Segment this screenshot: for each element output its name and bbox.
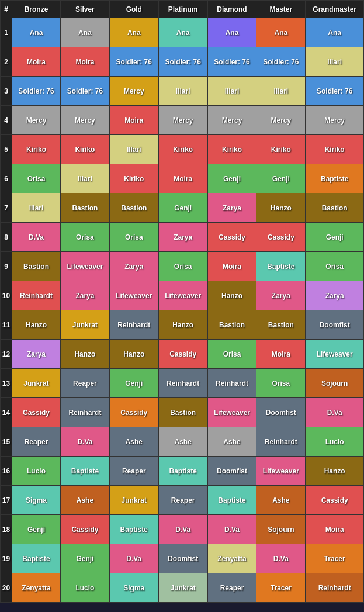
hero-cell: Ana	[256, 18, 306, 47]
hero-cell: Ana	[207, 18, 256, 47]
hero-cell: Orisa	[306, 252, 364, 281]
hero-cell: Lucio	[306, 427, 364, 457]
hero-cell: Genji	[256, 164, 306, 193]
table-row: 7IllariBastionBastionGenjiZaryaHanzoBast…	[1, 193, 364, 223]
hero-cell: Ana	[158, 18, 207, 47]
hero-cell: Sojourn	[306, 369, 364, 398]
hero-cell: Hanzo	[158, 310, 207, 340]
table-row: 19BaptisteGenjiD.VaDoomfistZenyattaD.VaT…	[1, 544, 364, 573]
column-header-silver: Silver	[61, 1, 110, 18]
hero-cell: Junkrat	[12, 369, 61, 398]
hero-cell: Baptiste	[61, 457, 110, 486]
rankings-table: #BronzeSilverGoldPlatinumDiamondMasterGr…	[0, 0, 364, 603]
hero-cell: Zarya	[109, 252, 158, 281]
hero-cell: Tracer	[256, 573, 306, 603]
hero-cell: Zarya	[256, 281, 306, 310]
table-row: 20ZenyattaLucioSigmaJunkratReaperTracerR…	[1, 573, 364, 603]
hero-cell: Baptiste	[306, 164, 364, 193]
column-header-grandmaster: Grandmaster	[306, 1, 364, 18]
hero-cell: Lifeweaver	[158, 281, 207, 310]
hero-cell: Ashe	[256, 486, 306, 515]
row-number: 14	[1, 398, 12, 427]
hero-cell: Ana	[306, 18, 364, 47]
hero-cell: Soldier: 76	[256, 47, 306, 77]
hero-cell: Baptiste	[109, 515, 158, 544]
hero-cell: Baptiste	[256, 252, 306, 281]
row-number: 4	[1, 106, 12, 135]
hero-cell: Baptiste	[207, 486, 256, 515]
hero-cell: Moira	[207, 252, 256, 281]
column-header-platinum: Platinum	[158, 1, 207, 18]
row-number: 20	[1, 573, 12, 603]
column-header-master: Master	[256, 1, 306, 18]
hero-cell: Kiriko	[12, 135, 61, 164]
hero-cell: Zarya	[306, 281, 364, 310]
hero-cell: Mercy	[12, 106, 61, 135]
hero-cell: Mercy	[207, 106, 256, 135]
hero-cell: Lifeweaver	[207, 398, 256, 427]
hero-cell: Illari	[306, 47, 364, 77]
row-number: 11	[1, 310, 12, 340]
hero-cell: Genji	[207, 164, 256, 193]
table-row: 14CassidyReinhardtCassidyBastionLifeweav…	[1, 398, 364, 427]
hero-cell: Kiriko	[256, 135, 306, 164]
table-row: 15ReaperD.VaAsheAsheAsheReinhardtLucio	[1, 427, 364, 457]
hero-cell: Junkrat	[61, 310, 110, 340]
hero-cell: Soldier: 76	[109, 47, 158, 77]
hero-cell: Genji	[61, 544, 110, 573]
table-row: 11HanzoJunkratReinhardtHanzoBastionBasti…	[1, 310, 364, 340]
hero-cell: Baptiste	[12, 544, 61, 573]
hero-cell: Moira	[306, 515, 364, 544]
hero-cell: Bastion	[158, 398, 207, 427]
hero-cell: Doomfist	[158, 544, 207, 573]
hero-cell: Soldier: 76	[306, 77, 364, 106]
hero-cell: Junkrat	[109, 486, 158, 515]
row-number: 10	[1, 281, 12, 310]
hero-cell: Cassidy	[207, 223, 256, 252]
hero-cell: Illari	[256, 77, 306, 106]
hero-cell: Mercy	[256, 106, 306, 135]
hero-cell: Zarya	[158, 223, 207, 252]
hero-cell: Hanzo	[256, 193, 306, 223]
main-container: #BronzeSilverGoldPlatinumDiamondMasterGr…	[0, 0, 364, 603]
table-row: 18GenjiCassidyBaptisteD.VaD.VaSojournMoi…	[1, 515, 364, 544]
hero-cell: Illari	[61, 164, 110, 193]
row-number: 15	[1, 427, 12, 457]
hero-cell: D.Va	[306, 398, 364, 427]
hero-cell: Genji	[158, 193, 207, 223]
row-number: 1	[1, 18, 12, 47]
hero-cell: Sojourn	[256, 515, 306, 544]
hero-cell: Mercy	[306, 106, 364, 135]
row-number: 5	[1, 135, 12, 164]
hero-cell: Cassidy	[109, 398, 158, 427]
hero-cell: Illari	[207, 77, 256, 106]
table-row: 2MoiraMoiraSoldier: 76Soldier: 76Soldier…	[1, 47, 364, 77]
table-row: 6OrisaIllariKirikoMoiraGenjiGenjiBaptist…	[1, 164, 364, 193]
hero-cell: Reaper	[12, 427, 61, 457]
hero-cell: Tracer	[306, 544, 364, 573]
column-header-diamond: Diamond	[207, 1, 256, 18]
hero-cell: Reinhardt	[61, 398, 110, 427]
hero-cell: Genji	[306, 223, 364, 252]
hero-cell: Orisa	[207, 340, 256, 369]
table-row: 1AnaAnaAnaAnaAnaAnaAna	[1, 18, 364, 47]
hero-cell: Ashe	[61, 486, 110, 515]
hero-cell: Orisa	[12, 164, 61, 193]
table-row: 4MercyMercyMoiraMercyMercyMercyMercy	[1, 106, 364, 135]
hero-cell: Kiriko	[306, 135, 364, 164]
hero-cell: Reinhardt	[207, 369, 256, 398]
hero-cell: Reaper	[158, 486, 207, 515]
row-number: 13	[1, 369, 12, 398]
hero-cell: D.Va	[207, 515, 256, 544]
hero-cell: Soldier: 76	[207, 47, 256, 77]
hero-cell: Doomfist	[256, 398, 306, 427]
hero-cell: Lifeweaver	[109, 281, 158, 310]
row-number: 6	[1, 164, 12, 193]
row-number: 16	[1, 457, 12, 486]
table-row: 10ReinhardtZaryaLifeweaverLifeweaverHanz…	[1, 281, 364, 310]
hero-cell: Ashe	[109, 427, 158, 457]
row-number: 8	[1, 223, 12, 252]
hero-cell: Soldier: 76	[158, 47, 207, 77]
hero-cell: Illari	[12, 193, 61, 223]
hero-cell: Lifeweaver	[256, 457, 306, 486]
